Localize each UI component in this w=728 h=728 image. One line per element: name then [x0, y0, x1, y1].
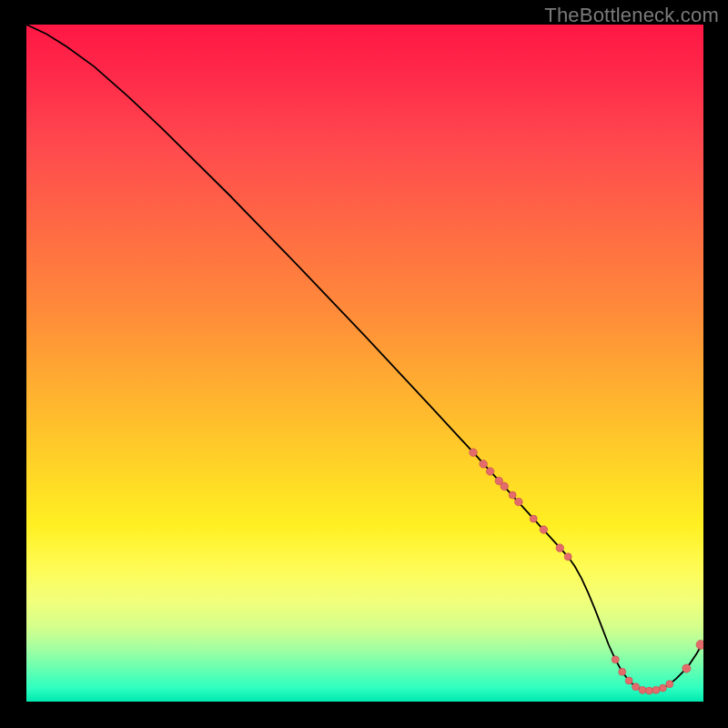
scatter-dot — [470, 449, 478, 457]
scatter-dot — [666, 681, 673, 688]
scatter-dot — [625, 677, 632, 684]
scatter-dot — [556, 544, 564, 552]
scatter-dot — [659, 684, 666, 692]
scatter-dot — [639, 686, 646, 693]
scatter-dot — [564, 553, 571, 561]
scatter-dot — [612, 656, 619, 663]
scatter-dot — [696, 641, 703, 650]
scatter-dot — [540, 526, 548, 534]
scatter-dot — [632, 683, 640, 691]
chart-svg — [26, 25, 703, 702]
scatter-dot — [682, 664, 691, 672]
scatter-dot — [530, 515, 537, 522]
watermark-text: TheBottleneck.com — [544, 4, 719, 27]
scatter-dot — [619, 668, 626, 675]
scatter-dot — [500, 482, 509, 490]
chart-container: TheBottleneck.com — [0, 0, 728, 728]
plot-area — [26, 25, 703, 702]
scatter-dot — [486, 468, 494, 476]
scatter-dot — [645, 687, 652, 694]
scatter-dot — [480, 460, 488, 469]
bottleneck-curve-line — [26, 25, 703, 691]
scatter-dot — [509, 491, 516, 499]
scatter-dots-group — [470, 449, 703, 694]
scatter-dot — [652, 686, 660, 693]
scatter-dot — [515, 498, 523, 506]
